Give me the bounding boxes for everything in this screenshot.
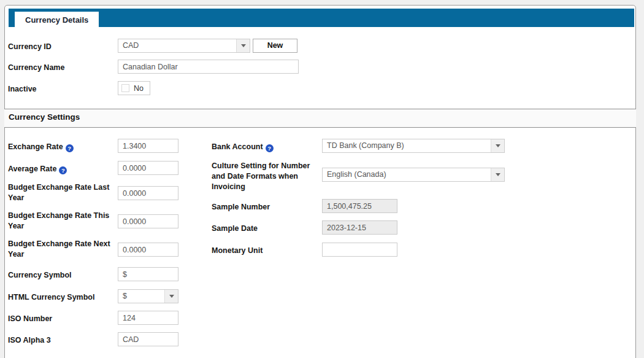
culture-setting-combobox[interactable]: English (Canada) (322, 168, 505, 182)
currency-symbol-input[interactable] (118, 267, 178, 281)
bank-account-combobox[interactable]: TD Bank (Company B) (322, 139, 505, 153)
budget-rate-next-year-input[interactable] (118, 243, 178, 257)
bank-account-label: Bank Account? (212, 142, 274, 152)
tab-strip (9, 9, 634, 27)
iso-alpha-3-input[interactable] (118, 332, 178, 346)
currency-details-page: Currency Details Currency ID CAD New Cur… (0, 0, 644, 358)
budget-rate-next-year-label: Budget Exchange Rate Next Year (8, 239, 118, 260)
budget-rate-this-year-input[interactable] (118, 214, 178, 228)
iso-alpha-3-label: ISO Alpha 3 (8, 335, 51, 346)
chevron-down-icon[interactable] (491, 168, 504, 181)
chevron-down-icon[interactable] (164, 290, 178, 303)
bank-account-value: TD Bank (Company B) (323, 139, 491, 152)
exchange-rate-label-text: Exchange Rate (8, 142, 63, 151)
currency-id-combobox[interactable]: CAD (118, 39, 250, 53)
average-rate-label: Average Rate? (8, 164, 67, 174)
inactive-label: Inactive (8, 84, 37, 95)
sample-date-field (322, 220, 397, 235)
currency-name-input[interactable] (118, 60, 299, 74)
sample-date-label: Sample Date (212, 224, 258, 234)
html-currency-symbol-label: HTML Currency Symbol (8, 292, 94, 303)
help-icon[interactable]: ? (66, 144, 74, 152)
culture-setting-value: English (Canada) (323, 168, 491, 181)
exchange-rate-label: Exchange Rate? (8, 142, 74, 152)
chevron-down-icon[interactable] (236, 39, 250, 52)
chevron-down-icon[interactable] (491, 139, 504, 152)
bank-account-label-text: Bank Account (212, 142, 263, 151)
help-icon[interactable]: ? (59, 166, 67, 174)
average-rate-label-text: Average Rate (8, 165, 56, 173)
sample-number-field (322, 199, 397, 213)
culture-setting-label: Culture Setting for Number and Date Form… (212, 161, 322, 192)
currency-id-label: Currency ID (8, 42, 52, 52)
currency-id-value: CAD (118, 39, 236, 52)
monetary-unit-input[interactable] (322, 243, 397, 257)
currency-settings-section-title: Currency Settings (9, 112, 80, 122)
budget-rate-last-year-label: Budget Exchange Rate Last Year (8, 182, 118, 203)
iso-number-label: ISO Number (8, 314, 52, 324)
new-button[interactable]: New (253, 39, 297, 53)
help-icon[interactable]: ? (266, 144, 274, 152)
html-currency-symbol-combobox[interactable]: $ (118, 289, 178, 303)
sample-number-label: Sample Number (212, 202, 270, 212)
currency-symbol-label: Currency Symbol (8, 270, 72, 281)
budget-rate-last-year-input[interactable] (118, 186, 178, 200)
checkbox-icon[interactable] (121, 84, 129, 92)
currency-settings-section-band (4, 109, 636, 128)
exchange-rate-input[interactable] (118, 139, 178, 153)
currency-name-label: Currency Name (8, 63, 64, 73)
monetary-unit-label: Monetary Unit (212, 246, 263, 256)
inactive-checkbox-label: No (134, 84, 144, 93)
tab-currency-details[interactable]: Currency Details (15, 12, 99, 29)
average-rate-input[interactable] (118, 161, 178, 175)
budget-rate-this-year-label: Budget Exchange Rate This Year (8, 211, 118, 232)
iso-number-input[interactable] (118, 311, 178, 325)
html-currency-symbol-value: $ (118, 290, 164, 303)
inactive-checkbox[interactable]: No (118, 81, 150, 95)
